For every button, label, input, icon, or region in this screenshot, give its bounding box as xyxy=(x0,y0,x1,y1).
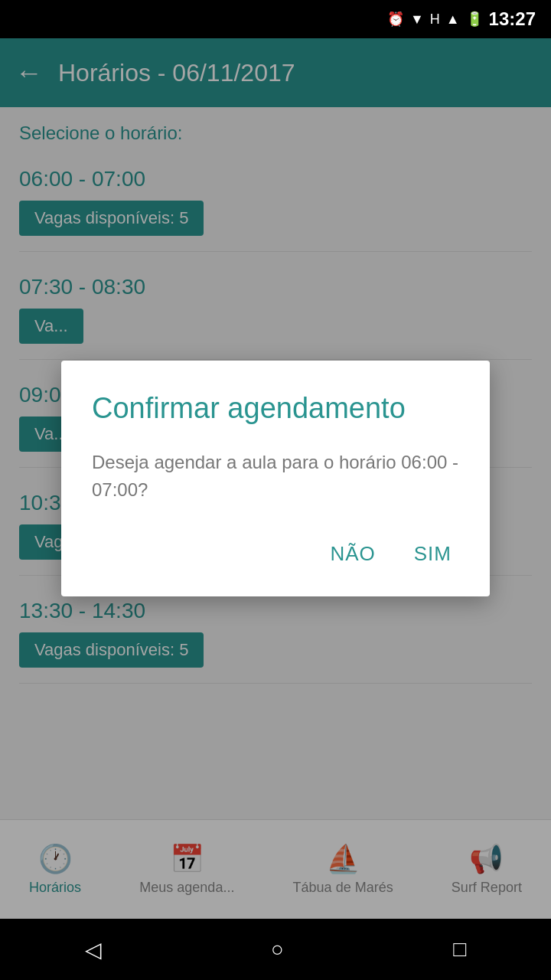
dialog-title: Confirmar agendamento xyxy=(92,391,459,426)
yes-button[interactable]: SIM xyxy=(406,534,459,573)
back-sys-button[interactable]: ◁ xyxy=(85,937,102,962)
sys-nav: ◁ ○ □ xyxy=(0,919,551,980)
network-icon: ▲ xyxy=(446,11,460,28)
wifi-icon: ▼ xyxy=(410,11,424,28)
dialog-buttons: NÃO SIM xyxy=(92,534,459,573)
status-bar: ⏰ ▼ H ▲ 🔋 13:27 xyxy=(0,0,551,38)
signal-icon: H xyxy=(430,11,440,28)
dialog-overlay: Confirmar agendamento Deseja agendar a a… xyxy=(0,38,551,919)
no-button[interactable]: NÃO xyxy=(322,534,383,573)
alarm-icon: ⏰ xyxy=(387,11,404,28)
status-time: 13:27 xyxy=(489,8,536,30)
home-sys-button[interactable]: ○ xyxy=(271,937,284,962)
battery-icon: 🔋 xyxy=(466,11,483,28)
recent-sys-button[interactable]: □ xyxy=(453,937,466,962)
confirm-dialog: Confirmar agendamento Deseja agendar a a… xyxy=(61,361,490,597)
dialog-message: Deseja agendar a aula para o horário 06:… xyxy=(92,449,459,504)
status-icons: ⏰ ▼ H ▲ 🔋 13:27 xyxy=(387,8,536,30)
